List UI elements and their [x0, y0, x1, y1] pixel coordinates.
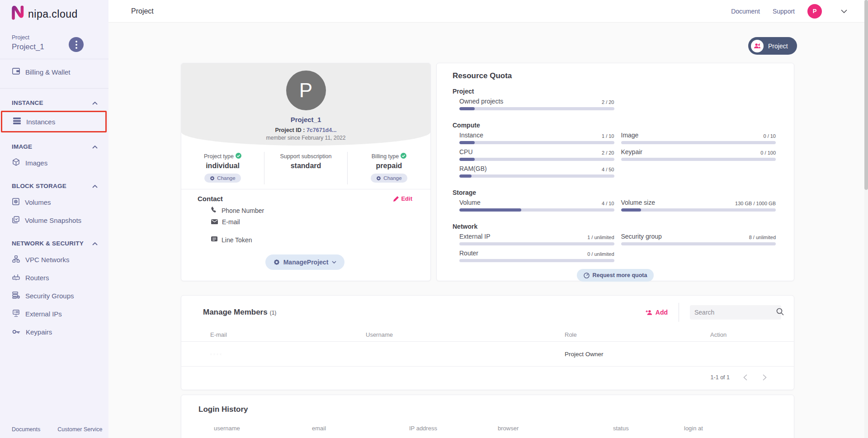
- user-menu-chevron-icon[interactable]: [841, 9, 847, 13]
- sidebar-item-volume-snapshots[interactable]: Volume Snapshots: [0, 211, 108, 229]
- sidebar-item-security-groups[interactable]: Security Groups: [0, 287, 108, 305]
- login-history-header: username email IP address browser status…: [181, 425, 794, 432]
- change-label: Change: [383, 175, 401, 181]
- external-ip-icon: [12, 310, 20, 318]
- quota-value: 1 / unlimited: [587, 235, 614, 240]
- project-id-value[interactable]: 7c7671d4...: [307, 127, 337, 133]
- sidebar-item-billing-wallet[interactable]: Billing & Wallet: [0, 63, 108, 81]
- divider: [0, 59, 108, 59]
- support-link[interactable]: Support: [773, 8, 795, 15]
- customer-service-link[interactable]: Customer Service: [57, 426, 102, 433]
- router-icon: [12, 273, 20, 282]
- sidebar-section-block-storage[interactable]: BLOCK STORAGE: [0, 183, 108, 189]
- login-history-card: Login History username email IP address …: [181, 395, 794, 438]
- topbar: Project Document Support P: [108, 0, 868, 23]
- edit-contact-button[interactable]: Edit: [393, 195, 412, 202]
- attr-label: Project type: [204, 153, 234, 160]
- quota-owned-projects: Owned projects2 / 20: [459, 98, 614, 110]
- member-since: member since February 11, 2022: [181, 135, 430, 141]
- search-icon[interactable]: [776, 308, 784, 317]
- request-more-quota-button[interactable]: Request more quota: [577, 269, 654, 282]
- col-role: Role: [565, 331, 710, 338]
- attr-billing-type: Billing type prepaid Change: [347, 152, 430, 184]
- col-status: status: [613, 425, 684, 432]
- col-browser: browser: [498, 425, 613, 432]
- quota-label: Owned projects: [459, 98, 503, 105]
- section-label: IMAGE: [12, 143, 32, 150]
- contact-section: Contact Edit Phone Number E-mail Line To…: [181, 189, 430, 270]
- col-ip-address: IP address: [409, 425, 498, 432]
- quota-group-project: Project: [453, 88, 794, 95]
- add-member-button[interactable]: Add: [646, 309, 668, 316]
- snapshot-copy-icon: [12, 216, 19, 225]
- sidebar-item-label: Images: [25, 159, 47, 167]
- quota-label: Volume size: [621, 199, 655, 206]
- manage-project-button[interactable]: ManageProject: [265, 254, 345, 270]
- highlight-box: Instances: [1, 111, 107, 132]
- project-card-name: Project_1: [181, 116, 430, 123]
- pagination-prev-button[interactable]: [741, 372, 749, 382]
- divider: [0, 88, 108, 89]
- pencil-icon: [393, 196, 399, 202]
- member-search[interactable]: [690, 305, 781, 320]
- quota-router: Router0 / unlimited: [459, 250, 614, 262]
- sidebar-item-images[interactable]: Images: [0, 154, 108, 172]
- page-title: Project: [131, 7, 154, 15]
- project-attributes: Project type individual Change Support s…: [181, 152, 430, 184]
- section-label: NETWORK & SECURITY: [12, 240, 84, 247]
- progress-bar: [459, 242, 614, 245]
- sidebar-item-label: Security Groups: [25, 292, 74, 300]
- contact-title: Contact: [198, 195, 223, 203]
- chevron-up-icon: [92, 143, 98, 150]
- project-card-header: P Project_1 Project ID : 7c7671d4... mem…: [181, 63, 430, 146]
- sidebar-item-vpc-networks[interactable]: VPC Networks: [0, 250, 108, 268]
- quota-ram: RAM(GB)4 / 50: [459, 165, 614, 178]
- nipa-logo-icon: [11, 5, 24, 23]
- documents-link[interactable]: Documents: [12, 426, 40, 433]
- sidebar-section-instance[interactable]: INSTANCE: [0, 99, 108, 106]
- chevron-down-icon: [332, 261, 336, 264]
- search-input[interactable]: [694, 309, 776, 316]
- contact-label: Phone Number: [222, 207, 264, 214]
- progress-bar: [621, 141, 776, 144]
- progress-bar: [459, 174, 614, 178]
- sidebar-section-network-security[interactable]: NETWORK & SECURITY: [0, 240, 108, 247]
- col-login-at: login at: [684, 425, 794, 432]
- servers-icon: [13, 118, 21, 126]
- quota-value: 4 / 10: [602, 201, 614, 206]
- document-link[interactable]: Document: [731, 8, 760, 15]
- sidebar-item-volumes[interactable]: Volumes: [0, 193, 108, 211]
- page-scrollbar[interactable]: [864, 0, 868, 438]
- project-avatar: P: [286, 71, 326, 110]
- change-project-type-button[interactable]: Change: [204, 174, 241, 183]
- members-count: (1): [270, 310, 277, 316]
- project-menu-button[interactable]: [69, 37, 84, 52]
- manage-members-card: Manage Members(1) Add E-mail Username Ro…: [181, 295, 794, 390]
- sidebar-section-image[interactable]: IMAGE: [0, 143, 108, 150]
- progress-bar: [459, 158, 614, 161]
- user-avatar[interactable]: P: [807, 4, 822, 19]
- col-username: username: [214, 425, 312, 432]
- contact-label: E-mail: [222, 218, 240, 226]
- project-button[interactable]: Project: [748, 37, 797, 55]
- sidebar-item-keypairs[interactable]: Keypairs: [0, 323, 108, 341]
- contact-line-token: Line Token: [211, 236, 412, 244]
- request-more-quota-label: Request more quota: [593, 272, 647, 278]
- change-billing-type-button[interactable]: Change: [371, 174, 407, 183]
- sidebar-item-external-ips[interactable]: External IPs: [0, 305, 108, 323]
- quota-gauge-icon: [584, 273, 590, 278]
- quota-value: 2 / 20: [602, 150, 614, 155]
- chevron-up-icon: [92, 183, 98, 189]
- quota-security-group: Security group8 / unlimited: [621, 233, 776, 245]
- pagination-next-button[interactable]: [761, 372, 769, 382]
- quota-image: Image0 / 10: [621, 132, 776, 144]
- scrollbar-thumb[interactable]: [864, 0, 868, 190]
- change-label: Change: [217, 175, 235, 181]
- brand-logo[interactable]: nipa.cloud: [0, 0, 108, 23]
- key-icon: [12, 328, 20, 336]
- sidebar-item-instances[interactable]: Instances: [2, 112, 105, 131]
- members-table-header: E-mail Username Role Action: [181, 328, 794, 342]
- sidebar-item-routers[interactable]: Routers: [0, 268, 108, 287]
- chat-icon: [211, 236, 217, 244]
- server-lock-icon: [12, 292, 20, 300]
